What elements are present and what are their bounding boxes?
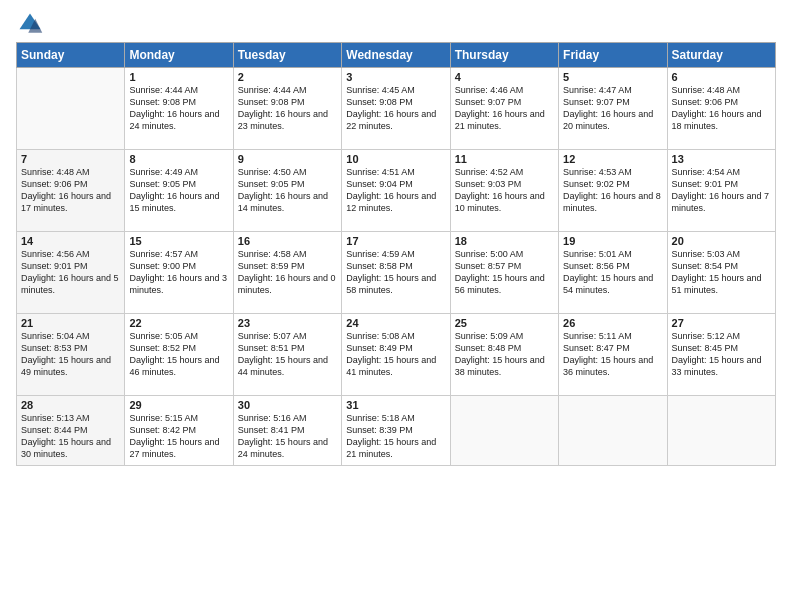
day-detail: Sunrise: 4:47 AM Sunset: 9:07 PM Dayligh…: [563, 84, 662, 133]
day-cell: 22Sunrise: 5:05 AM Sunset: 8:52 PM Dayli…: [125, 314, 233, 396]
day-cell: 17Sunrise: 4:59 AM Sunset: 8:58 PM Dayli…: [342, 232, 450, 314]
day-cell: [667, 396, 775, 466]
day-detail: Sunrise: 5:08 AM Sunset: 8:49 PM Dayligh…: [346, 330, 445, 379]
week-row: 7Sunrise: 4:48 AM Sunset: 9:06 PM Daylig…: [17, 150, 776, 232]
day-number: 5: [563, 71, 662, 83]
day-cell: 15Sunrise: 4:57 AM Sunset: 9:00 PM Dayli…: [125, 232, 233, 314]
day-detail: Sunrise: 5:12 AM Sunset: 8:45 PM Dayligh…: [672, 330, 771, 379]
day-number: 3: [346, 71, 445, 83]
day-number: 4: [455, 71, 554, 83]
day-detail: Sunrise: 5:00 AM Sunset: 8:57 PM Dayligh…: [455, 248, 554, 297]
day-number: 29: [129, 399, 228, 411]
day-detail: Sunrise: 5:04 AM Sunset: 8:53 PM Dayligh…: [21, 330, 120, 379]
logo: [16, 10, 48, 38]
day-detail: Sunrise: 4:57 AM Sunset: 9:00 PM Dayligh…: [129, 248, 228, 297]
day-detail: Sunrise: 5:11 AM Sunset: 8:47 PM Dayligh…: [563, 330, 662, 379]
day-detail: Sunrise: 4:49 AM Sunset: 9:05 PM Dayligh…: [129, 166, 228, 215]
day-cell: 16Sunrise: 4:58 AM Sunset: 8:59 PM Dayli…: [233, 232, 341, 314]
day-cell: 19Sunrise: 5:01 AM Sunset: 8:56 PM Dayli…: [559, 232, 667, 314]
day-number: 11: [455, 153, 554, 165]
day-number: 13: [672, 153, 771, 165]
day-number: 25: [455, 317, 554, 329]
day-detail: Sunrise: 5:09 AM Sunset: 8:48 PM Dayligh…: [455, 330, 554, 379]
day-number: 24: [346, 317, 445, 329]
day-cell: 2Sunrise: 4:44 AM Sunset: 9:08 PM Daylig…: [233, 68, 341, 150]
week-row: 1Sunrise: 4:44 AM Sunset: 9:08 PM Daylig…: [17, 68, 776, 150]
day-cell: 4Sunrise: 4:46 AM Sunset: 9:07 PM Daylig…: [450, 68, 558, 150]
header-day: Friday: [559, 43, 667, 68]
day-number: 2: [238, 71, 337, 83]
day-detail: Sunrise: 4:50 AM Sunset: 9:05 PM Dayligh…: [238, 166, 337, 215]
header-day: Monday: [125, 43, 233, 68]
day-detail: Sunrise: 4:48 AM Sunset: 9:06 PM Dayligh…: [21, 166, 120, 215]
day-number: 27: [672, 317, 771, 329]
day-cell: 8Sunrise: 4:49 AM Sunset: 9:05 PM Daylig…: [125, 150, 233, 232]
header-row: SundayMondayTuesdayWednesdayThursdayFrid…: [17, 43, 776, 68]
day-detail: Sunrise: 4:59 AM Sunset: 8:58 PM Dayligh…: [346, 248, 445, 297]
day-cell: 10Sunrise: 4:51 AM Sunset: 9:04 PM Dayli…: [342, 150, 450, 232]
day-detail: Sunrise: 4:48 AM Sunset: 9:06 PM Dayligh…: [672, 84, 771, 133]
day-detail: Sunrise: 5:07 AM Sunset: 8:51 PM Dayligh…: [238, 330, 337, 379]
day-detail: Sunrise: 4:54 AM Sunset: 9:01 PM Dayligh…: [672, 166, 771, 215]
day-cell: 6Sunrise: 4:48 AM Sunset: 9:06 PM Daylig…: [667, 68, 775, 150]
day-cell: 12Sunrise: 4:53 AM Sunset: 9:02 PM Dayli…: [559, 150, 667, 232]
week-row: 14Sunrise: 4:56 AM Sunset: 9:01 PM Dayli…: [17, 232, 776, 314]
day-cell: 9Sunrise: 4:50 AM Sunset: 9:05 PM Daylig…: [233, 150, 341, 232]
day-cell: 21Sunrise: 5:04 AM Sunset: 8:53 PM Dayli…: [17, 314, 125, 396]
day-number: 1: [129, 71, 228, 83]
day-cell: 20Sunrise: 5:03 AM Sunset: 8:54 PM Dayli…: [667, 232, 775, 314]
page: SundayMondayTuesdayWednesdayThursdayFrid…: [0, 0, 792, 612]
calendar-table: SundayMondayTuesdayWednesdayThursdayFrid…: [16, 42, 776, 466]
day-cell: 5Sunrise: 4:47 AM Sunset: 9:07 PM Daylig…: [559, 68, 667, 150]
day-detail: Sunrise: 4:58 AM Sunset: 8:59 PM Dayligh…: [238, 248, 337, 297]
day-detail: Sunrise: 5:13 AM Sunset: 8:44 PM Dayligh…: [21, 412, 120, 461]
day-detail: Sunrise: 4:44 AM Sunset: 9:08 PM Dayligh…: [238, 84, 337, 133]
day-cell: 1Sunrise: 4:44 AM Sunset: 9:08 PM Daylig…: [125, 68, 233, 150]
header-day: Thursday: [450, 43, 558, 68]
day-cell: 30Sunrise: 5:16 AM Sunset: 8:41 PM Dayli…: [233, 396, 341, 466]
day-number: 16: [238, 235, 337, 247]
day-cell: 23Sunrise: 5:07 AM Sunset: 8:51 PM Dayli…: [233, 314, 341, 396]
day-number: 12: [563, 153, 662, 165]
header: [16, 10, 776, 38]
day-detail: Sunrise: 4:44 AM Sunset: 9:08 PM Dayligh…: [129, 84, 228, 133]
day-cell: 27Sunrise: 5:12 AM Sunset: 8:45 PM Dayli…: [667, 314, 775, 396]
day-number: 17: [346, 235, 445, 247]
day-number: 22: [129, 317, 228, 329]
day-number: 23: [238, 317, 337, 329]
day-number: 15: [129, 235, 228, 247]
day-number: 6: [672, 71, 771, 83]
day-cell: [17, 68, 125, 150]
day-cell: 14Sunrise: 4:56 AM Sunset: 9:01 PM Dayli…: [17, 232, 125, 314]
header-day: Tuesday: [233, 43, 341, 68]
day-number: 8: [129, 153, 228, 165]
day-cell: 26Sunrise: 5:11 AM Sunset: 8:47 PM Dayli…: [559, 314, 667, 396]
day-cell: 7Sunrise: 4:48 AM Sunset: 9:06 PM Daylig…: [17, 150, 125, 232]
day-cell: 31Sunrise: 5:18 AM Sunset: 8:39 PM Dayli…: [342, 396, 450, 466]
day-detail: Sunrise: 4:52 AM Sunset: 9:03 PM Dayligh…: [455, 166, 554, 215]
day-number: 28: [21, 399, 120, 411]
day-cell: 18Sunrise: 5:00 AM Sunset: 8:57 PM Dayli…: [450, 232, 558, 314]
day-detail: Sunrise: 5:05 AM Sunset: 8:52 PM Dayligh…: [129, 330, 228, 379]
day-detail: Sunrise: 5:16 AM Sunset: 8:41 PM Dayligh…: [238, 412, 337, 461]
header-day: Wednesday: [342, 43, 450, 68]
day-detail: Sunrise: 4:53 AM Sunset: 9:02 PM Dayligh…: [563, 166, 662, 215]
day-cell: 29Sunrise: 5:15 AM Sunset: 8:42 PM Dayli…: [125, 396, 233, 466]
day-number: 18: [455, 235, 554, 247]
day-number: 26: [563, 317, 662, 329]
day-number: 7: [21, 153, 120, 165]
logo-icon: [16, 10, 44, 38]
day-number: 14: [21, 235, 120, 247]
day-number: 30: [238, 399, 337, 411]
day-number: 19: [563, 235, 662, 247]
day-detail: Sunrise: 5:15 AM Sunset: 8:42 PM Dayligh…: [129, 412, 228, 461]
day-number: 21: [21, 317, 120, 329]
day-cell: 24Sunrise: 5:08 AM Sunset: 8:49 PM Dayli…: [342, 314, 450, 396]
day-detail: Sunrise: 4:51 AM Sunset: 9:04 PM Dayligh…: [346, 166, 445, 215]
day-cell: 3Sunrise: 4:45 AM Sunset: 9:08 PM Daylig…: [342, 68, 450, 150]
day-cell: [559, 396, 667, 466]
day-detail: Sunrise: 4:46 AM Sunset: 9:07 PM Dayligh…: [455, 84, 554, 133]
day-detail: Sunrise: 5:03 AM Sunset: 8:54 PM Dayligh…: [672, 248, 771, 297]
week-row: 21Sunrise: 5:04 AM Sunset: 8:53 PM Dayli…: [17, 314, 776, 396]
day-detail: Sunrise: 4:56 AM Sunset: 9:01 PM Dayligh…: [21, 248, 120, 297]
